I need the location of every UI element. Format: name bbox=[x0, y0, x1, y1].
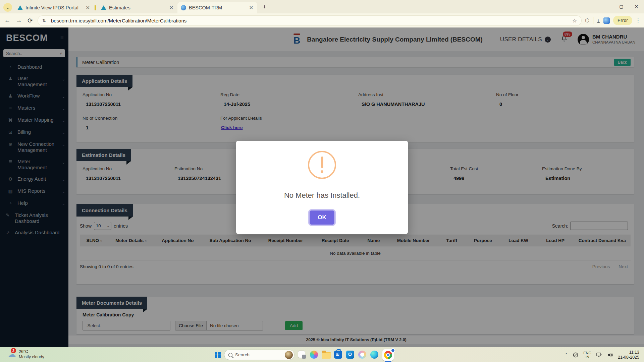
search-icon bbox=[228, 353, 232, 357]
tab-ipds-portal[interactable]: Infinite View IPDS Portal ✕ bbox=[14, 2, 94, 13]
ipds-favicon-icon bbox=[17, 5, 23, 10]
downloads-icon[interactable]: ↓ bbox=[597, 18, 600, 23]
screen: ⌄ Infinite View IPDS Portal ✕ Estimates … bbox=[0, 0, 644, 362]
tab-estimates[interactable]: Estimates ✕ bbox=[98, 2, 177, 13]
copilot-icon[interactable] bbox=[310, 351, 318, 359]
new-tab-button[interactable]: + bbox=[261, 3, 268, 11]
extensions-icon[interactable]: ⬡ bbox=[585, 17, 589, 23]
browser-tabstrip: ⌄ Infinite View IPDS Portal ✕ Estimates … bbox=[0, 0, 644, 13]
outlook-icon[interactable] bbox=[346, 351, 354, 359]
site-settings-icon[interactable]: ⇅ bbox=[42, 18, 48, 23]
browser-menu-icon[interactable]: ⋮ bbox=[636, 17, 641, 23]
pinned-extension-icon[interactable] bbox=[603, 17, 610, 24]
language-indicator[interactable]: ENGIN bbox=[583, 351, 591, 359]
forward-icon[interactable]: → bbox=[15, 17, 23, 24]
alert-message: No Meter has Installed. bbox=[284, 191, 360, 200]
weather-temp: 26°C bbox=[19, 349, 28, 354]
edge-icon[interactable] bbox=[370, 351, 378, 359]
hidden-icons-chevron[interactable]: ⌃ bbox=[565, 353, 568, 357]
weather-alert-badge: 2 bbox=[11, 348, 16, 353]
profile-error-badge[interactable]: Error bbox=[613, 16, 632, 25]
task-view-icon[interactable] bbox=[298, 351, 305, 358]
clock[interactable]: 11:1321-08-2025 bbox=[618, 350, 639, 360]
chrome-taskbar-button[interactable] bbox=[382, 349, 394, 361]
search-highlight-thumbnail bbox=[285, 351, 293, 359]
modal-overlay: No Meter has Installed. OK bbox=[0, 27, 644, 347]
do-not-disturb-icon[interactable] bbox=[573, 352, 579, 358]
taskbar: ☁2 26°CMostly cloudy Search ⌃ bbox=[0, 347, 644, 362]
bescom-favicon-icon bbox=[181, 5, 186, 10]
tab-search-button[interactable]: ⌄ bbox=[3, 3, 12, 12]
close-tab-icon[interactable]: ✕ bbox=[248, 5, 255, 11]
date: 21-08-2025 bbox=[618, 355, 639, 360]
chrome-icon bbox=[384, 351, 392, 359]
ok-button[interactable]: OK bbox=[310, 210, 334, 225]
estimates-favicon-icon bbox=[101, 5, 106, 10]
volume-icon[interactable] bbox=[607, 352, 613, 358]
microsoft-store-icon[interactable] bbox=[334, 351, 342, 359]
bookmark-star-icon[interactable]: ☆ bbox=[572, 17, 577, 24]
back-icon[interactable]: ← bbox=[3, 17, 11, 24]
file-explorer-icon[interactable] bbox=[322, 352, 331, 359]
network-icon[interactable] bbox=[596, 352, 602, 358]
weather-widget[interactable]: ☁2 26°CMostly cloudy bbox=[7, 349, 44, 360]
close-window-button[interactable]: ✕ bbox=[629, 0, 644, 13]
warning-icon bbox=[308, 151, 336, 179]
weather-desc: Mostly cloudy bbox=[19, 355, 44, 359]
url-input[interactable]: bescom.trm.ieasybill.com/MeterCalibratio… bbox=[51, 18, 186, 23]
tab-group-indicator bbox=[95, 5, 96, 10]
alert-dialog: No Meter has Installed. OK bbox=[236, 141, 408, 234]
tab-bescom-trm[interactable]: BESCOM-TRM ✕ bbox=[177, 2, 257, 13]
tab-title: Estimates bbox=[109, 5, 165, 10]
reload-icon[interactable]: ⟳ bbox=[26, 17, 34, 24]
close-tab-icon[interactable]: ✕ bbox=[168, 5, 175, 11]
taskbar-search[interactable]: Search bbox=[224, 350, 294, 360]
url-bar[interactable]: ⇅ bescom.trm.ieasybill.com/MeterCalibrat… bbox=[38, 15, 582, 26]
browser-toolbar: ← → ⟳ ⇅ bescom.trm.ieasybill.com/MeterCa… bbox=[0, 13, 644, 27]
tab-title: Infinite View IPDS Portal bbox=[25, 5, 82, 10]
toolbar-separator bbox=[593, 17, 593, 24]
weather-cloud-icon: ☁2 bbox=[7, 349, 16, 359]
minimize-button[interactable]: — bbox=[599, 0, 614, 13]
time: 11:13 bbox=[629, 350, 639, 355]
tab-title: BESCOM-TRM bbox=[189, 5, 245, 10]
paint-icon[interactable] bbox=[358, 351, 366, 359]
chrome-badge-icon bbox=[391, 348, 395, 353]
maximize-button[interactable]: ▢ bbox=[614, 0, 629, 13]
close-tab-icon[interactable]: ✕ bbox=[84, 5, 91, 11]
start-button[interactable] bbox=[215, 352, 221, 358]
